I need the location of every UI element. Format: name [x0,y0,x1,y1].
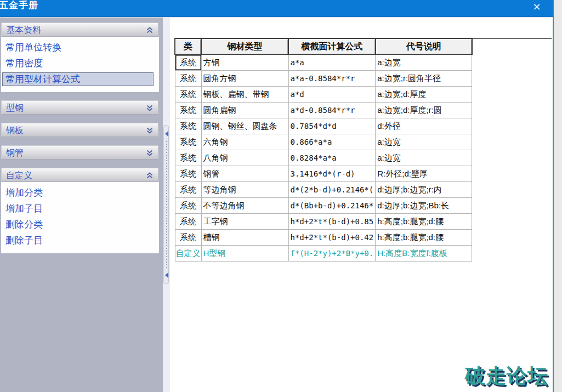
sidebar-item[interactable]: 常用密度 [1,55,159,71]
sidebar-group: 钢板 [1,123,158,137]
table-row[interactable]: 系统 六角钢 0.866*a*a a:边宽 [175,134,472,150]
cell-formula[interactable]: 0.866*a*a [288,134,376,150]
sidebar-item[interactable]: 增加分类 [1,185,159,201]
sidebar-item[interactable]: 增加子目 [1,201,159,217]
table-row[interactable]: 系统 钢板、扁钢、带钢 a*d a:边宽;d:厚度 [175,87,472,103]
sidebar: 基本资料 常用单位转换常用密度常用型材计算公式 型钢 钢板 [0,18,163,392]
cell-category[interactable]: 系统 [175,71,201,87]
cell-steel-type[interactable]: 六角钢 [201,134,288,150]
cell-category[interactable]: 自定义 [175,246,201,262]
cell-category[interactable]: 系统 [175,230,201,246]
chevron-double-icon [146,127,154,134]
table-row[interactable]: 系统 不等边角钢 d*(Bb+b-d)+0.2146* d:边厚;b:边宽;Bb… [175,198,472,214]
cell-formula[interactable]: h*d+2*t*(b-d)+0.42 [288,230,376,246]
close-icon[interactable]: ✕ [530,1,544,14]
sidebar-group: 自定义 增加分类增加子目删除分类删除子目 [1,168,158,253]
cell-formula[interactable]: d*(Bb+b-d)+0.2146* [288,198,376,214]
table-row[interactable]: 系统 圆角扁钢 a*d-0.8584*r*r a:边宽;d:厚度;r:圆 [175,103,472,118]
cell-codes[interactable]: a:边宽;r:圆角半径 [376,71,472,87]
cell-category[interactable]: 系统 [175,182,201,198]
cell-codes[interactable]: d:边厚;b:边宽;Bb:长 [376,198,472,214]
table-row[interactable]: 系统 圆角方钢 a*a-0.8584*r*r a:边宽;r:圆角半径 [175,71,472,87]
cell-category[interactable]: 系统 [175,150,201,166]
cell-codes[interactable]: a:边宽;d:厚度 [376,87,472,103]
collapse-left-arrow-icon [165,131,168,137]
cell-formula[interactable]: 3.1416*d*(r-d) [288,166,376,182]
sidebar-group-header[interactable]: 钢板 [1,123,158,137]
cell-formula[interactable]: f*(H-2*y)+2*B*y+0. [288,246,376,262]
cell-codes[interactable]: h:高度;b:腿宽;d:腰 [376,214,472,230]
sidebar-group-header[interactable]: 基本资料 [1,22,158,37]
sidebar-group-header[interactable]: 型钢 [1,100,158,115]
cell-codes[interactable]: a:边宽;d:厚度;r:圆 [376,103,472,118]
title-bar: 五金手册 ✕ [0,0,553,17]
sidebar-item-selected[interactable]: 常用型材计算公式 [2,72,154,86]
table-row[interactable]: 系统 八角钢 0.8284*a*a a:边宽 [175,150,472,166]
cell-formula[interactable]: a*a-0.8584*r*r [288,71,376,87]
cell-steel-type[interactable]: 圆角方钢 [201,71,288,87]
cell-category[interactable]: 系统 [175,55,201,71]
cell-formula[interactable]: h*d+2*t*(b-d)+0.85 [288,214,376,230]
cell-steel-type[interactable]: 八角钢 [201,150,288,166]
cell-steel-type[interactable]: 钢板、扁钢、带钢 [201,87,288,103]
table-row[interactable]: 系统 圆钢、钢丝、圆盘条 0.7854*d*d d:外径 [175,118,472,134]
cell-steel-type[interactable]: H型钢 [201,246,288,262]
chevron-double-icon [146,104,154,112]
cell-steel-type[interactable]: 方钢 [201,55,288,71]
grid-header-extension [468,38,552,39]
sidebar-group-header[interactable]: 自定义 [1,168,158,182]
col-header-steel-type: 钢材类型 [201,38,288,55]
sidebar-item[interactable]: 删除子目 [1,232,159,248]
cell-codes[interactable]: d:外径 [376,118,472,134]
cell-codes[interactable]: H:高度B:宽度f:腹板 [376,246,472,262]
sidebar-group-items: 常用单位转换常用密度常用型材计算公式 [1,37,159,92]
cell-codes[interactable]: a:边宽 [376,134,472,150]
cell-category[interactable]: 系统 [175,214,201,230]
cell-steel-type[interactable]: 圆钢、钢丝、圆盘条 [201,118,288,134]
sidebar-item[interactable]: 删除分类 [1,217,159,232]
chevron-double-icon [146,172,154,179]
cell-category[interactable]: 系统 [175,134,201,150]
main-panel: 类 钢材类型 横截面计算公式 代号说明 系统 方钢 a*a a:边宽 系统 圆角… [170,18,553,392]
cell-codes[interactable]: h:高度;b:腿宽;d:腰 [376,230,472,246]
cell-codes[interactable]: a:边宽 [376,55,472,71]
chevron-double-icon [146,26,154,34]
cell-category[interactable]: 系统 [175,87,201,103]
cell-formula[interactable]: a*a [288,55,376,71]
cell-formula[interactable]: 0.8284*a*a [288,150,376,166]
app-window: 五金手册 ✕ 基本资料 常用单位转换常用密度常用型材计算公式 型钢 钢板 [0,0,554,392]
cell-steel-type[interactable]: 钢管 [201,166,288,182]
sidebar-group-label: 型钢 [6,103,24,112]
splitter-handle[interactable] [163,125,169,284]
cell-formula[interactable]: 0.7854*d*d [288,118,376,134]
cell-steel-type[interactable]: 槽钢 [201,230,288,246]
sidebar-group-label: 钢板 [6,126,24,135]
table-header-row: 类 钢材类型 横截面计算公式 代号说明 [175,38,472,55]
table-row[interactable]: 系统 钢管 3.1416*d*(r-d) R:外径;d:壁厚 [175,166,472,182]
cell-codes[interactable]: a:边宽 [376,150,472,166]
cell-steel-type[interactable]: 等边角钢 [201,182,288,198]
cell-category[interactable]: 系统 [175,103,201,118]
sidebar-item[interactable]: 常用单位转换 [1,39,159,55]
table-row[interactable]: 系统 方钢 a*a a:边宽 [175,55,472,71]
cell-codes[interactable]: R:外径;d:壁厚 [376,166,472,182]
col-header-category: 类 [175,38,201,55]
sidebar-group-label: 钢管 [6,148,24,157]
cell-formula[interactable]: a*d [288,87,376,103]
col-header-codes: 代号说明 [376,38,472,55]
table-row[interactable]: 系统 槽钢 h*d+2*t*(b-d)+0.42 h:高度;b:腿宽;d:腰 [175,230,472,246]
table-row[interactable]: 系统 工字钢 h*d+2*t*(b-d)+0.85 h:高度;b:腿宽;d:腰 [175,214,472,230]
cell-formula[interactable]: d*(2*b-d)+0.2146*( [288,182,376,198]
cell-steel-type[interactable]: 不等边角钢 [201,198,288,214]
cell-category[interactable]: 系统 [175,118,201,134]
cell-steel-type[interactable]: 圆角扁钢 [201,103,288,118]
cell-formula[interactable]: a*d-0.8584*r*r [288,103,376,118]
sidebar-group-header[interactable]: 钢管 [1,145,158,160]
cell-category[interactable]: 系统 [175,166,201,182]
cell-codes[interactable]: d:边厚;b:边宽;r:内 [376,182,472,198]
sidebar-group: 基本资料 常用单位转换常用密度常用型材计算公式 [1,22,158,92]
cell-steel-type[interactable]: 工字钢 [201,214,288,230]
table-row[interactable]: 自定义 H型钢 f*(H-2*y)+2*B*y+0. H:高度B:宽度f:腹板 [175,246,472,262]
table-row[interactable]: 系统 等边角钢 d*(2*b-d)+0.2146*( d:边厚;b:边宽;r:内 [175,182,472,198]
cell-category[interactable]: 系统 [175,198,201,214]
